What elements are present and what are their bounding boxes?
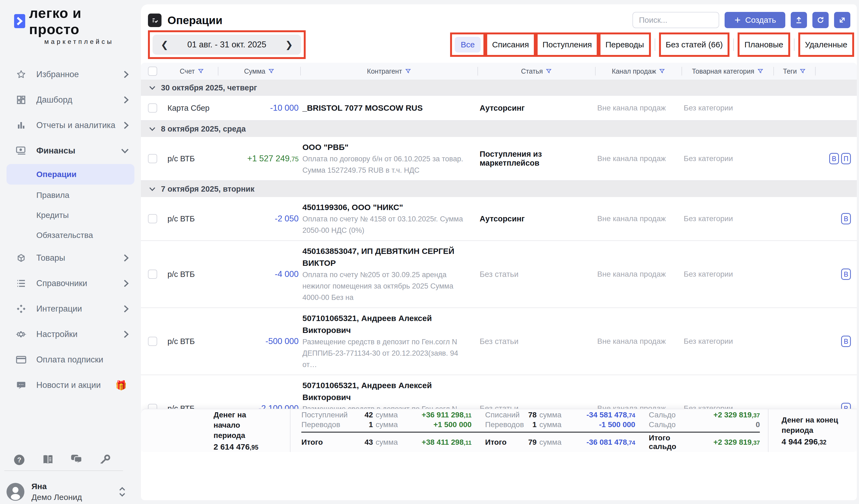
period-next-icon[interactable]: ❯: [285, 39, 293, 50]
tab-annotation: Переводы: [599, 32, 651, 57]
tab-удаленные[interactable]: Удаленные: [803, 37, 849, 52]
badge-В[interactable]: В: [829, 153, 839, 164]
cell-product-category: Без категории: [684, 215, 772, 223]
column-header-2[interactable]: Сумма: [220, 66, 299, 77]
sidebar-item-news[interactable]: Новости и акции🎁: [0, 373, 141, 398]
top-actions: Создать: [632, 12, 850, 28]
refresh-button[interactable]: [812, 12, 829, 28]
tab-divider: [733, 38, 734, 51]
cell-account: р/с ВТБ: [167, 215, 216, 223]
support-chat-icon[interactable]: [70, 454, 82, 466]
saldo-label: Сальдо: [638, 420, 692, 429]
tab-все[interactable]: Все: [455, 37, 481, 52]
brand-subtitle: маркетплейсы: [44, 38, 114, 46]
expand-button[interactable]: [834, 12, 850, 28]
select-all-checkbox[interactable]: [148, 67, 157, 76]
tab-annotation: Плановые: [738, 32, 790, 57]
row-checkbox[interactable]: [148, 154, 157, 163]
tab-плановые[interactable]: Плановые: [742, 37, 785, 52]
cell-account: р/с ВТБ: [167, 270, 216, 279]
cell-sales-channel: Вне канала продаж: [597, 104, 680, 112]
user-menu[interactable]: Яна Демо Леонид: [6, 482, 126, 502]
avatar: [6, 483, 25, 501]
money-end: Денег на конец периода 4 944 296,32: [768, 409, 857, 452]
money-start-label: Денег на начало периода: [213, 410, 270, 441]
sidebar: легко и просто маркетплейсы ИзбранноеДаш…: [0, 0, 141, 504]
sidebar-item-subscription[interactable]: Оплата подписки: [0, 347, 141, 373]
date-group-header[interactable]: 8 октября 2025, среда: [141, 121, 857, 137]
badge-В[interactable]: В: [841, 336, 851, 347]
sidebar-item-label: Отчеты и аналитика: [36, 121, 123, 130]
cell-amount: +1 527 249,75: [220, 154, 299, 163]
sidebar-item-credits[interactable]: Кредиты: [6, 206, 134, 225]
sidebar-divider: [4, 470, 123, 471]
key-icon[interactable]: [99, 454, 111, 466]
tab-переводы[interactable]: Переводы: [603, 37, 646, 52]
sidebar-item-favorites[interactable]: Избранное: [0, 62, 141, 87]
chevron-right-icon: [123, 96, 129, 104]
period-prev-icon[interactable]: ❮: [161, 39, 168, 50]
gift-icon: 🎁: [116, 380, 127, 391]
cell-sales-channel: Вне канала продаж: [597, 270, 680, 279]
filter-tabs: ВсеСписанияПоступленияПереводыБез статей…: [450, 32, 854, 57]
help-icon[interactable]: ?: [13, 454, 26, 466]
sidebar-item-label: Товары: [36, 253, 123, 263]
tab-поступления[interactable]: Поступления: [540, 37, 594, 52]
gear-icon: [15, 329, 27, 340]
badge-В[interactable]: В: [841, 213, 851, 224]
cell-counterparty: ООО "РВБ"Оплата по договору б/н от 06.10…: [302, 141, 476, 176]
column-header-1[interactable]: Счет: [167, 66, 216, 77]
create-button[interactable]: Создать: [725, 12, 785, 28]
sidebar-footer-icons: ?: [0, 454, 127, 466]
cell-counterparty: _BRISTOL 7077 MOSCOW RUS: [302, 102, 476, 114]
search-input[interactable]: [632, 12, 719, 28]
sidebar-item-directories[interactable]: Справочники: [0, 271, 141, 296]
date-group-header[interactable]: 7 октября 2025, вторник: [141, 181, 857, 197]
sidebar-item-label: Избранное: [36, 69, 123, 79]
badge-В[interactable]: В: [841, 268, 851, 280]
sidebar-item-operations[interactable]: Операции: [6, 164, 134, 185]
sidebar-item-obligations[interactable]: Обязательства: [6, 226, 134, 245]
row-checkbox[interactable]: [148, 214, 157, 223]
column-header-3[interactable]: Контрагент: [302, 66, 476, 77]
sidebar-item-integrations[interactable]: Интеграции: [0, 296, 141, 321]
docs-icon[interactable]: [42, 454, 55, 466]
column-header-7[interactable]: Теги: [775, 66, 813, 77]
row-checkbox[interactable]: [148, 337, 157, 346]
table-row[interactable]: р/с ВТБ-2 0504501199306, ООО "НИКС"Оплат…: [141, 197, 857, 241]
row-checkbox[interactable]: [148, 104, 157, 113]
sidebar-item-settings[interactable]: Настройки: [0, 321, 141, 347]
chart-icon: [15, 121, 27, 130]
column-header-4[interactable]: Статья: [480, 66, 593, 77]
tab-annotation: Поступления: [536, 32, 599, 57]
cell-badges: В: [817, 268, 851, 280]
cell-category: Поступления из маркетплейсов: [480, 150, 593, 168]
table-row[interactable]: р/с ВТБ+1 527 249,75ООО "РВБ"Оплата по д…: [141, 137, 857, 181]
sidebar-item-finance[interactable]: Финансы: [0, 138, 141, 163]
cell-account: р/с ВТБ: [167, 337, 216, 346]
sidebar-item-rules[interactable]: Правила: [6, 186, 134, 205]
table-row[interactable]: р/с ВТБ-4 000450163853047, ИП ДЕВЯТКИН С…: [141, 241, 857, 308]
sidebar-item-products[interactable]: Товары: [0, 245, 141, 271]
period-picker[interactable]: ❮ 01 авг. - 31 окт. 2025 ❯: [153, 35, 301, 55]
tab-списания[interactable]: Списания: [490, 37, 531, 52]
column-header-6[interactable]: Товарная категория: [684, 66, 772, 77]
flow-label: Переводов: [474, 420, 520, 429]
table-row[interactable]: Карта Сбер-10 000_BRISTOL 7077 MOSCOW RU…: [141, 96, 857, 121]
tab-без-статей-66-[interactable]: Без статей (66): [664, 37, 725, 52]
sidebar-item-reports[interactable]: Отчеты и аналитика: [0, 113, 141, 138]
cell-account: р/с ВТБ: [167, 154, 216, 163]
user-subtitle: Демо Леонид: [31, 493, 82, 502]
user-expand-icon[interactable]: [119, 486, 126, 497]
sidebar-nav: ИзбранноеДашбордОтчеты и аналитикаФинанс…: [0, 62, 141, 398]
sidebar-item-dashboard[interactable]: Дашборд: [0, 87, 141, 113]
column-header-5[interactable]: Канал продаж: [597, 66, 680, 77]
row-checkbox[interactable]: [148, 270, 157, 279]
badge-П[interactable]: П: [841, 153, 851, 164]
date-group-header[interactable]: 30 октября 2025, четверг: [141, 80, 857, 96]
cell-product-category: Без категории: [684, 104, 772, 112]
upload-button[interactable]: [791, 12, 807, 28]
table-row[interactable]: р/с ВТБ-500 000507101065321, Андреев Але…: [141, 308, 857, 375]
sidebar-item-label: Настройки: [36, 329, 123, 339]
table-header: СчетСуммаКонтрагентСтатьяКанал продажТов…: [141, 63, 857, 80]
